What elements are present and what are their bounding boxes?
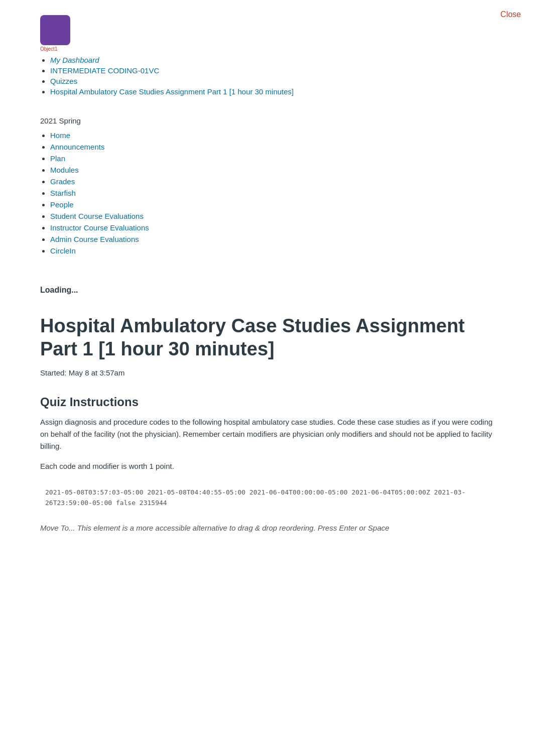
- course-nav-link-plan[interactable]: Plan: [50, 154, 65, 163]
- course-nav-link-grades[interactable]: Grades: [50, 177, 75, 186]
- course-nav-item-modules[interactable]: Modules: [50, 166, 533, 175]
- course-nav-link-admin-evals[interactable]: Admin Course Evaluations: [50, 235, 139, 243]
- course-nav-item-announcements[interactable]: Announcements: [50, 143, 533, 152]
- close-button[interactable]: Close: [500, 10, 521, 19]
- course-nav-link-starfish[interactable]: Starfish: [50, 189, 76, 197]
- top-nav-list: My Dashboard INTERMEDIATE CODING-01VC Qu…: [50, 56, 533, 96]
- course-nav-item-home[interactable]: Home: [50, 131, 533, 140]
- top-nav-link-course[interactable]: INTERMEDIATE CODING-01VC: [50, 66, 159, 75]
- course-nav-link-student-evals[interactable]: Student Course Evaluations: [50, 212, 144, 220]
- main-content: Hospital Ambulatory Case Studies Assignm…: [40, 315, 493, 532]
- top-nav-item-0[interactable]: My Dashboard: [50, 56, 533, 65]
- course-nav-list: Home Announcements Plan Modules Grades S…: [50, 131, 533, 256]
- course-nav-link-circlein[interactable]: CircleIn: [50, 246, 76, 255]
- quiz-started: Started: May 8 at 3:57am: [40, 368, 493, 377]
- course-nav-item-admin-evals[interactable]: Admin Course Evaluations: [50, 235, 533, 244]
- top-nav-link-dashboard[interactable]: My Dashboard: [50, 56, 99, 64]
- course-nav-link-home[interactable]: Home: [50, 131, 70, 140]
- quiz-instructions-paragraph1: Assign diagnosis and procedure codes to …: [40, 416, 493, 452]
- top-nav-link-quizzes[interactable]: Quizzes: [50, 77, 77, 85]
- course-nav-item-instructor-evals[interactable]: Instructor Course Evaluations: [50, 223, 533, 232]
- course-nav-link-modules[interactable]: Modules: [50, 166, 79, 174]
- course-nav-item-grades[interactable]: Grades: [50, 177, 533, 186]
- quiz-instructions-heading: Quiz Instructions: [40, 395, 493, 409]
- course-nav-link-people[interactable]: People: [50, 200, 74, 209]
- semester-label: 2021 Spring: [40, 116, 533, 125]
- course-nav-link-announcements[interactable]: Announcements: [50, 143, 104, 151]
- move-to-text: Move To... This element is a more access…: [40, 524, 493, 532]
- top-nav-item-1[interactable]: INTERMEDIATE CODING-01VC: [50, 66, 533, 75]
- loading-text: Loading...: [40, 286, 533, 295]
- avatar: [40, 15, 70, 45]
- avatar-label: Object1: [40, 46, 533, 52]
- course-nav-item-starfish[interactable]: Starfish: [50, 189, 533, 198]
- course-nav-item-people[interactable]: People: [50, 200, 533, 209]
- quiz-meta: 2021-05-08T03:57:03-05:00 2021-05-08T04:…: [40, 487, 493, 509]
- course-nav-item-circlein[interactable]: CircleIn: [50, 246, 533, 256]
- top-nav-item-3[interactable]: Hospital Ambulatory Case Studies Assignm…: [50, 87, 533, 96]
- course-nav-link-instructor-evals[interactable]: Instructor Course Evaluations: [50, 223, 149, 232]
- quiz-title: Hospital Ambulatory Case Studies Assignm…: [40, 315, 493, 360]
- top-nav-item-2[interactable]: Quizzes: [50, 77, 533, 86]
- quiz-instructions-paragraph2: Each code and modifier is worth 1 point.: [40, 460, 493, 472]
- course-nav-item-student-evals[interactable]: Student Course Evaluations: [50, 212, 533, 221]
- top-nav-link-assignment[interactable]: Hospital Ambulatory Case Studies Assignm…: [50, 87, 294, 96]
- course-nav-item-plan[interactable]: Plan: [50, 154, 533, 163]
